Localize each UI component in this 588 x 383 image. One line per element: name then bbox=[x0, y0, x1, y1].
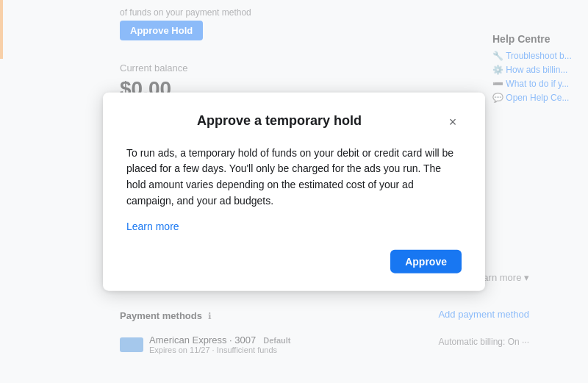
modal-title: Approve a temporary hold bbox=[126, 112, 432, 128]
modal-footer: Approve bbox=[126, 250, 462, 273]
approve-hold-modal: Approve a temporary hold × To run ads, a… bbox=[103, 92, 485, 291]
modal-body-text: To run ads, a temporary hold of funds on… bbox=[126, 145, 462, 209]
modal-close-button[interactable]: × bbox=[444, 112, 462, 130]
modal-header: Approve a temporary hold × bbox=[126, 112, 462, 130]
approve-button[interactable]: Approve bbox=[390, 250, 462, 273]
learn-more-link[interactable]: Learn more bbox=[126, 221, 462, 232]
